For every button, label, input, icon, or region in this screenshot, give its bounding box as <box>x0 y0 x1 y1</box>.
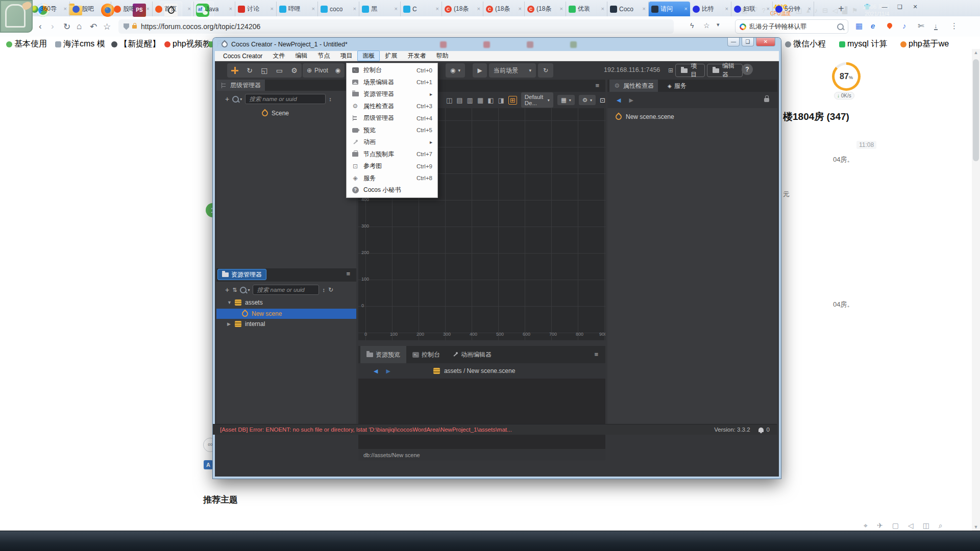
grid-options-dropdown[interactable]: ▦ ▾ <box>557 95 575 105</box>
browser-maximize-button[interactable]: ❑ <box>893 2 906 11</box>
tray-usb-icon[interactable]: ⊟ <box>822 7 828 14</box>
browser-tab[interactable]: 股吧× <box>70 2 111 16</box>
topic-title[interactable]: 楼1804房 (347) <box>783 110 972 123</box>
browser-tab[interactable]: C(18条× <box>483 2 525 16</box>
tab-hierarchy[interactable]: 层级管理器 <box>216 80 265 91</box>
window-titlebar[interactable]: Cocos Creator - NewProject_1 - Untitled*… <box>213 38 781 51</box>
new-tab-button[interactable]: + <box>838 3 844 15</box>
back-icon[interactable]: ‹ <box>39 21 42 32</box>
gizmo-active-icon[interactable]: ⊞ <box>508 96 517 105</box>
tab-close-icon[interactable]: × <box>436 6 439 12</box>
tab-close-icon[interactable]: × <box>560 6 563 12</box>
tab-close-icon[interactable]: × <box>271 6 274 12</box>
menu-item-prefab-library[interactable]: 节点预制库Ctrl+7 <box>347 148 437 161</box>
menu-item-animation[interactable]: 动画▸ <box>347 136 437 148</box>
preview-scene-dropdown[interactable]: 当前场景▾ <box>489 63 536 78</box>
panel-icon[interactable]: ◫ <box>923 521 929 530</box>
scale-tool-icon[interactable]: ◱ <box>261 66 267 74</box>
nav-forward-icon[interactable]: ▶ <box>629 97 633 104</box>
scrollbar-thumb[interactable] <box>973 59 979 161</box>
tab-close-icon[interactable]: × <box>808 6 811 12</box>
tab-asset-preview[interactable]: 资源预览 <box>360 346 406 363</box>
browser-tab-active[interactable]: 请问× <box>649 2 690 16</box>
bookmark-item[interactable]: 基本使用 <box>6 39 47 49</box>
browser-tab[interactable]: C× <box>401 2 442 16</box>
tab-close-icon[interactable]: × <box>353 6 356 12</box>
menu-item-reference-image[interactable]: ⊡参考图Ctrl+9 <box>347 160 437 172</box>
browser-tab[interactable]: 黑× <box>359 2 401 16</box>
menu-developer[interactable]: 开发者 <box>402 51 431 61</box>
panel-menu-icon[interactable]: ≡ <box>346 270 350 278</box>
bookmark-item[interactable]: 微信小程 <box>785 39 826 49</box>
window-close-button[interactable]: ✕ <box>756 38 775 46</box>
tab-close-icon[interactable]: × <box>64 6 67 12</box>
panel-menu-icon[interactable]: ≡ <box>594 350 598 358</box>
music-icon[interactable]: ♪ <box>902 21 906 30</box>
tab-close-icon[interactable]: × <box>601 6 604 12</box>
coordinate-mode-button[interactable]: ◉▾ <box>446 63 465 78</box>
browser-tab[interactable]: 5分钟× <box>773 2 814 16</box>
chevron-down-icon[interactable]: ▾ <box>717 21 720 28</box>
distribute-icon[interactable]: ▦ <box>477 96 483 104</box>
search-icon[interactable] <box>837 23 844 30</box>
tab-close-icon[interactable]: × <box>105 6 108 12</box>
add-asset-icon[interactable]: + <box>225 286 229 294</box>
sort-icon[interactable]: ⇅ <box>232 287 237 293</box>
browser-skin-button[interactable]: 👕 <box>861 2 874 11</box>
download-icon[interactable]: ↓ <box>934 22 938 30</box>
mute-icon[interactable]: ◁ <box>908 521 914 530</box>
bookmark-star-icon[interactable]: ☆ <box>703 21 710 30</box>
collapse-all-icon[interactable]: ↕ <box>329 96 332 102</box>
url-input[interactable] <box>140 22 601 31</box>
tab-close-icon[interactable]: × <box>684 6 688 12</box>
bookmark-item[interactable]: 【新提醒】 <box>111 39 160 49</box>
nav-forward-icon[interactable]: ▶ <box>386 368 390 374</box>
menu-item-inspector[interactable]: ⚙属性检查器Ctrl+3 <box>347 101 437 113</box>
search-type-icon[interactable] <box>232 96 239 103</box>
gizmo-settings-icon[interactable]: ⚙ <box>291 66 298 74</box>
menu-item-cocos-assistant[interactable]: ?Cocos 小秘书 <box>347 184 437 196</box>
play-button[interactable]: ▶ <box>473 63 487 78</box>
menu-item-console[interactable]: >_控制台Ctrl+0 <box>347 64 437 77</box>
screenshot-scissors-icon[interactable]: ✄ <box>918 21 924 31</box>
search-type-icon[interactable] <box>240 287 247 293</box>
menu-item-scene-editor[interactable]: 场景编辑器Ctrl+1 <box>347 77 437 89</box>
asset-row-assets[interactable]: ▼ assets <box>227 299 263 306</box>
scroll-down-icon[interactable]: ▼ <box>972 524 980 530</box>
tab-close-icon[interactable]: × <box>188 6 191 12</box>
menu-file[interactable]: 文件 <box>267 51 290 61</box>
lock-icon[interactable] <box>764 98 769 102</box>
gizmo-dropdown[interactable]: Default De...▾ <box>521 92 553 108</box>
collapse-all-icon[interactable]: ↕ <box>322 287 325 293</box>
menu-item-service[interactable]: ◈服务Ctrl+8 <box>347 172 437 185</box>
home-icon[interactable]: ⌂ <box>77 21 82 32</box>
bookmark-item[interactable]: php基于we <box>900 39 949 49</box>
security-shield-icon[interactable] <box>124 23 129 30</box>
browser-tab[interactable]: Coco× <box>607 2 649 16</box>
search-query-text[interactable]: 乱港分子钟翰林认罪 <box>749 22 834 31</box>
browser-tab[interactable]: C(18条× <box>525 2 566 16</box>
assets-search-input[interactable] <box>253 285 319 295</box>
more-menu-icon[interactable]: ⋮ <box>950 21 958 31</box>
caret-right-icon[interactable]: ▶ <box>227 321 231 327</box>
undo-icon[interactable]: ↶ <box>90 21 97 32</box>
align-center-icon[interactable]: ▤ <box>456 96 462 104</box>
address-bar[interactable] <box>118 19 674 34</box>
tab-inspector[interactable]: ⚙属性检查器 <box>609 80 658 92</box>
menu-item-hierarchy[interactable]: 层级管理器Ctrl+4 <box>347 112 437 124</box>
tab-close-icon[interactable]: × <box>477 6 480 12</box>
browser-tab[interactable]: C(18条× <box>442 2 483 16</box>
bookmark-item[interactable]: mysql 计算 <box>839 39 887 49</box>
tray-volume-icon[interactable]: ◁ <box>832 7 838 14</box>
asset-row-internal[interactable]: ▶ internal <box>227 320 265 328</box>
tab-close-icon[interactable]: × <box>395 6 398 12</box>
help-button[interactable]: ? <box>742 64 753 75</box>
qr-code-icon[interactable]: ⊞ <box>668 67 673 74</box>
error-message[interactable]: [Asset DB] Error: ENOENT: no such file o… <box>220 427 669 433</box>
tab-close-icon[interactable]: × <box>229 6 232 12</box>
browser-close-button[interactable]: ✕ <box>909 2 922 11</box>
move-tool-icon[interactable] <box>231 67 238 74</box>
rotate-tool-icon[interactable]: ↻ <box>247 66 253 74</box>
speed-ball-widget[interactable]: 87% <box>832 62 861 91</box>
tab-assets[interactable]: 资源管理器 <box>217 269 266 280</box>
